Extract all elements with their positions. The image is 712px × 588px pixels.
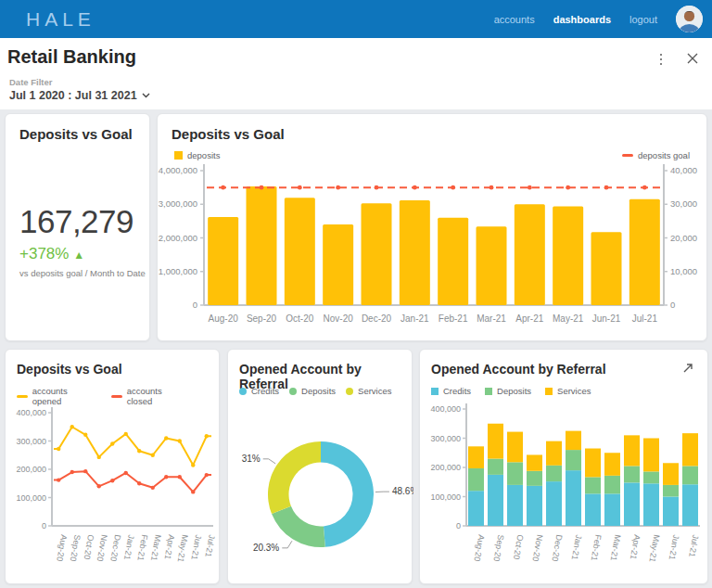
svg-text:20,000: 20,000 xyxy=(670,233,697,243)
kpi-delta: +378% ▲ xyxy=(19,245,146,263)
kebab-menu-button[interactable] xyxy=(655,51,668,68)
svg-text:0: 0 xyxy=(456,521,461,530)
svg-text:20.3%: 20.3% xyxy=(253,543,279,553)
svg-text:Jul-21: Jul-21 xyxy=(687,534,700,558)
svg-text:Oct-20: Oct-20 xyxy=(83,534,96,560)
dashboard-header: Retail Banking Date Filter Jul 1 2020 : … xyxy=(0,38,712,109)
svg-text:100,000: 100,000 xyxy=(430,492,461,502)
date-filter-label: Date Filter xyxy=(9,77,150,87)
deposits-legend-swatch xyxy=(485,388,492,395)
donut-legend: Credits Deposits Services xyxy=(239,386,395,396)
legend-item-credits[interactable]: Credits xyxy=(239,386,279,396)
svg-text:Apr-21: Apr-21 xyxy=(515,313,543,324)
legend-item-deposits[interactable]: Deposits xyxy=(485,386,531,396)
svg-text:Aug-20: Aug-20 xyxy=(209,313,239,324)
svg-text:Apr-21: Apr-21 xyxy=(163,534,177,560)
combo-chart-title: Deposits vs Goal xyxy=(158,114,706,142)
nav-link-accounts[interactable]: accounts xyxy=(494,14,535,25)
legend-item-services[interactable]: Services xyxy=(346,386,391,396)
credits-legend-swatch xyxy=(431,388,439,395)
svg-text:0: 0 xyxy=(193,300,197,310)
svg-text:Feb-21: Feb-21 xyxy=(590,534,604,562)
kpi-body: 167,279 +378% ▲ vs deposits goal / Month… xyxy=(19,203,146,278)
accounts-line-chart: 0100,000200,000300,000400,000Aug-20Sep-2… xyxy=(6,396,221,583)
svg-text:May-21: May-21 xyxy=(647,534,661,563)
svg-text:Sep-20: Sep-20 xyxy=(69,534,83,562)
nav-link-logout[interactable]: logout xyxy=(629,14,657,25)
svg-text:0: 0 xyxy=(42,521,46,530)
legend-item-services[interactable]: Services xyxy=(545,386,591,396)
svg-text:Sep-20: Sep-20 xyxy=(247,313,277,324)
svg-text:4,000,000: 4,000,000 xyxy=(159,165,197,175)
referral-donut-chart: 48.6%20.3%31% xyxy=(228,396,413,583)
hale-logo: HALE xyxy=(26,8,95,31)
svg-text:30,000: 30,000 xyxy=(670,198,697,209)
deposits-legend-swatch xyxy=(174,151,183,160)
date-filter-value: Jul 1 2020 : Jul 31 2021 xyxy=(9,89,137,102)
retail-banking-dashboard: HALE accounts dashboards logout Retail B… xyxy=(0,0,712,588)
services-legend-swatch xyxy=(545,388,553,395)
svg-text:400,000: 400,000 xyxy=(430,404,461,414)
referral-stacked-bar-card: Opened Account by Referral Credits Depos… xyxy=(419,349,708,584)
legend-item-deposits[interactable]: deposits xyxy=(174,150,220,160)
deposits-goal-legend-swatch xyxy=(622,154,633,157)
svg-text:May-21: May-21 xyxy=(176,534,190,563)
svg-text:200,000: 200,000 xyxy=(430,463,461,472)
svg-text:Oct-20: Oct-20 xyxy=(286,313,313,324)
svg-text:Jul-21: Jul-21 xyxy=(632,313,658,324)
svg-text:Mar-21: Mar-21 xyxy=(609,534,623,562)
deposits-bar-chart: 001,000,00010,0002,000,00020,0003,000,00… xyxy=(158,160,708,340)
kpi-card-title: Deposits vs Goal xyxy=(6,114,149,142)
svg-text:Dec-20: Dec-20 xyxy=(108,534,122,562)
svg-text:200,000: 200,000 xyxy=(16,465,46,474)
svg-text:Dec-20: Dec-20 xyxy=(362,313,392,324)
chevron-down-icon xyxy=(142,93,150,98)
close-button[interactable] xyxy=(684,50,701,67)
avatar[interactable] xyxy=(676,6,703,32)
expand-button[interactable] xyxy=(681,362,696,377)
svg-text:300,000: 300,000 xyxy=(16,437,46,446)
credits-legend-swatch xyxy=(239,388,247,395)
svg-text:Sep-20: Sep-20 xyxy=(491,534,505,562)
legend-item-credits[interactable]: Credits xyxy=(431,386,471,396)
svg-text:Aug-20: Aug-20 xyxy=(55,534,69,562)
svg-text:Jan-21: Jan-21 xyxy=(122,534,136,561)
deposits-legend-swatch xyxy=(289,388,297,395)
services-legend-swatch xyxy=(346,388,353,395)
svg-text:May-21: May-21 xyxy=(553,313,584,324)
svg-text:Jun-21: Jun-21 xyxy=(189,534,203,561)
svg-text:300,000: 300,000 xyxy=(430,434,461,443)
nav-link-dashboards[interactable]: dashboards xyxy=(553,14,611,25)
kpi-caption: vs deposits goal / Month to Date xyxy=(19,268,146,278)
svg-text:Jun-21: Jun-21 xyxy=(668,534,681,561)
svg-text:1,000,000: 1,000,000 xyxy=(159,266,197,276)
svg-text:Nov-20: Nov-20 xyxy=(324,313,354,324)
svg-text:10,000: 10,000 xyxy=(670,266,697,276)
date-filter[interactable]: Date Filter Jul 1 2020 : Jul 31 2021 xyxy=(9,77,150,102)
svg-text:0: 0 xyxy=(670,300,675,310)
svg-text:3,000,000: 3,000,000 xyxy=(159,198,197,209)
svg-text:Apr-21: Apr-21 xyxy=(629,534,642,560)
close-icon xyxy=(684,50,701,67)
legend-item-deposits-goal[interactable]: deposits goal xyxy=(622,150,690,160)
kpi-value: 167,279 xyxy=(19,203,146,240)
svg-text:Jan-21: Jan-21 xyxy=(400,313,429,324)
svg-text:Jan-21: Jan-21 xyxy=(570,534,584,561)
svg-text:400,000: 400,000 xyxy=(16,408,46,417)
svg-text:Jul-21: Jul-21 xyxy=(204,534,217,558)
svg-text:31%: 31% xyxy=(242,454,261,464)
referral-donut-card: Opened Account by Referral Credits Depos… xyxy=(227,349,413,584)
combo-legend: deposits deposits goal xyxy=(174,150,690,160)
avatar-photo xyxy=(676,6,703,32)
svg-text:48.6%: 48.6% xyxy=(392,486,413,496)
svg-text:Mar-21: Mar-21 xyxy=(477,313,506,324)
legend-item-deposits[interactable]: Deposits xyxy=(289,386,336,396)
svg-text:Nov-20: Nov-20 xyxy=(95,534,109,562)
svg-text:Nov-20: Nov-20 xyxy=(530,534,544,562)
svg-text:Feb-21: Feb-21 xyxy=(135,534,149,562)
svg-text:2,000,000: 2,000,000 xyxy=(159,233,197,243)
stacked-chart-title: Opened Account by Referral xyxy=(420,350,707,377)
kpi-card-deposits-vs-goal: Deposits vs Goal 167,279 +378% ▲ vs depo… xyxy=(5,113,150,341)
svg-text:Feb-21: Feb-21 xyxy=(439,313,468,324)
referral-stacked-bar-chart: 0100,000200,000300,000400,000Aug-20Sep-2… xyxy=(420,396,709,583)
